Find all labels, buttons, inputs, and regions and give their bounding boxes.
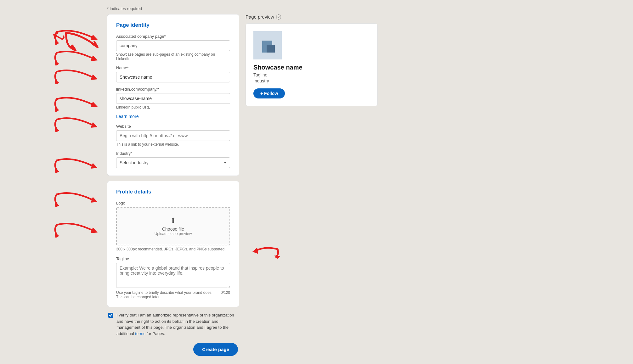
select-wrapper: Select industryTechnologyFinanceHealthca…: [116, 157, 230, 168]
name-label: Name*: [116, 65, 230, 70]
svg-marker-4: [55, 40, 59, 45]
preview-card: Showcase name Tagline Industry + Follow: [246, 23, 378, 106]
svg-rect-2: [267, 45, 275, 53]
profile-details-title: Profile details: [116, 189, 230, 195]
red-arrow-tagline: [54, 188, 101, 207]
website-input[interactable]: [116, 130, 230, 141]
preview-tagline: Tagline: [253, 72, 370, 77]
website-hint: This is a link to your external website.: [116, 142, 230, 147]
logo-upload-area[interactable]: ⬆ Choose file Upload to see preview: [116, 207, 230, 245]
tagline-field-group: Tagline Use your tagline to briefly desc…: [116, 256, 230, 299]
red-arrow-url: [54, 65, 101, 84]
help-icon[interactable]: ?: [276, 14, 281, 20]
company-input[interactable]: [116, 40, 230, 51]
svg-marker-16: [55, 202, 59, 207]
website-label: Website: [116, 124, 230, 129]
url-input[interactable]: [116, 93, 230, 104]
required-note: * indicates required: [107, 6, 142, 11]
industry-select[interactable]: Select industryTechnologyFinanceHealthca…: [116, 157, 230, 168]
red-arrow-industry: [54, 113, 101, 132]
preview-title: Page preview: [246, 14, 274, 20]
logo-placeholder-svg: [253, 31, 282, 59]
url-label: linkedin.com/company/*: [116, 87, 230, 92]
page-identity-title: Page identity: [116, 22, 230, 28]
red-arrow-create: [249, 240, 281, 259]
create-page-button[interactable]: Create page: [193, 343, 238, 356]
submit-area: Create page: [107, 343, 239, 356]
verify-text: I verify that I am an authorized represe…: [116, 312, 238, 337]
form-column: Page identity Associated company page* S…: [107, 14, 239, 356]
name-input[interactable]: [116, 72, 230, 82]
red-arrow-website: [54, 93, 101, 112]
company-field-group: Associated company page* Showcase pages …: [116, 34, 230, 61]
preview-logo: [253, 31, 282, 59]
upload-icon: ⬆: [126, 216, 221, 225]
website-field-group: Website This is a link to your external …: [116, 124, 230, 147]
tagline-hint: Use your tagline to briefly describe wha…: [116, 290, 218, 299]
logo-field-group: Logo ⬆ Choose file Upload to see preview…: [116, 201, 230, 251]
url-hint: LinkedIn public URL: [116, 105, 230, 109]
verify-checkbox[interactable]: [108, 313, 113, 318]
preview-showcase-name: Showcase name: [253, 64, 370, 71]
svg-marker-14: [55, 168, 59, 173]
char-count: 0/120: [221, 290, 230, 295]
preview-header: Page preview ?: [246, 14, 378, 20]
svg-marker-8: [55, 79, 59, 84]
red-arrow-logo: [54, 154, 101, 173]
follow-button[interactable]: + Follow: [253, 88, 285, 98]
profile-details-card: Profile details Logo ⬆ Choose file Uploa…: [107, 181, 239, 307]
industry-field-group: Industry* Select industryTechnologyFinan…: [116, 151, 230, 168]
logo-label: Logo: [116, 201, 230, 205]
upload-sub: Upload to see preview: [126, 232, 221, 236]
svg-marker-6: [55, 60, 59, 65]
logo-hint: 300 x 300px recommended. JPGs, JEPGs, an…: [116, 247, 230, 251]
svg-marker-10: [55, 107, 59, 112]
url-field-group: linkedin.com/company/* LinkedIn public U…: [116, 87, 230, 109]
company-hint: Showcase pages are sub-pages of an exist…: [116, 52, 230, 61]
verify-section: I verify that I am an authorized represe…: [107, 312, 239, 337]
preview-column: Page preview ? Showcase name Tagline Ind…: [246, 14, 378, 106]
tagline-label: Tagline: [116, 256, 230, 261]
svg-marker-18: [55, 232, 59, 238]
tagline-input[interactable]: [116, 263, 230, 288]
industry-label: Industry*: [116, 151, 230, 156]
learn-more-link[interactable]: Learn more: [116, 114, 230, 119]
svg-marker-12: [55, 127, 59, 132]
terms-link[interactable]: terms: [135, 331, 145, 336]
red-arrow-name: [54, 47, 101, 65]
red-arrow-company: [54, 26, 101, 45]
company-label: Associated company page*: [116, 34, 230, 39]
svg-marker-19: [252, 248, 258, 254]
red-arrow-verify: [54, 219, 101, 238]
upload-label: Choose file: [126, 227, 221, 232]
preview-industry: Industry: [253, 78, 370, 83]
name-field-group: Name*: [116, 65, 230, 82]
tagline-footer: Use your tagline to briefly describe wha…: [116, 290, 230, 299]
page-identity-card: Page identity Associated company page* S…: [107, 14, 239, 176]
